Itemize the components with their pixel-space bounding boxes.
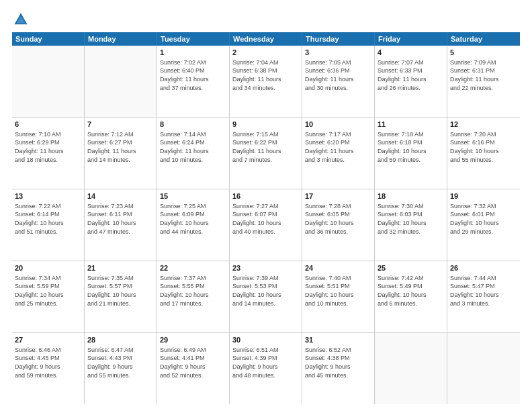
week-row-2: 6Sunrise: 7:10 AM Sunset: 6:29 PM Daylig… [12, 118, 520, 189]
cal-cell: 26Sunrise: 7:44 AM Sunset: 5:47 PM Dayli… [447, 261, 520, 332]
cal-cell: 17Sunrise: 7:28 AM Sunset: 6:05 PM Dayli… [302, 189, 375, 261]
day-info: Sunrise: 6:49 AM Sunset: 4:41 PM Dayligh… [160, 346, 226, 379]
cal-cell: 21Sunrise: 7:35 AM Sunset: 5:57 PM Dayli… [85, 261, 157, 332]
day-number: 20 [15, 263, 81, 273]
day-info: Sunrise: 7:39 AM Sunset: 5:53 PM Dayligh… [232, 274, 299, 308]
day-number: 11 [378, 120, 444, 130]
cal-cell: 28Sunrise: 6:47 AM Sunset: 4:43 PM Dayli… [85, 333, 157, 404]
day-info: Sunrise: 7:15 AM Sunset: 6:22 PM Dayligh… [232, 130, 299, 164]
header-day-sunday: Sunday [12, 32, 85, 46]
day-number: 17 [305, 191, 371, 201]
cal-cell: 11Sunrise: 7:18 AM Sunset: 6:18 PM Dayli… [375, 118, 447, 189]
day-info: Sunrise: 7:20 AM Sunset: 6:16 PM Dayligh… [450, 130, 517, 164]
cal-cell: 10Sunrise: 7:17 AM Sunset: 6:20 PM Dayli… [302, 118, 375, 189]
cal-cell: 18Sunrise: 7:30 AM Sunset: 6:03 PM Dayli… [375, 189, 447, 261]
cal-cell: 7Sunrise: 7:12 AM Sunset: 6:27 PM Daylig… [85, 118, 157, 189]
header [12, 12, 520, 27]
cal-cell: 31Sunrise: 6:52 AM Sunset: 4:38 PM Dayli… [302, 333, 375, 404]
cal-cell: 3Sunrise: 7:05 AM Sunset: 6:36 PM Daylig… [302, 46, 375, 117]
day-info: Sunrise: 7:40 AM Sunset: 5:51 PM Dayligh… [305, 274, 371, 308]
day-info: Sunrise: 7:34 AM Sunset: 5:59 PM Dayligh… [15, 274, 81, 308]
day-info: Sunrise: 7:27 AM Sunset: 6:07 PM Dayligh… [232, 202, 299, 236]
header-day-monday: Monday [85, 32, 157, 46]
cal-cell [12, 46, 85, 117]
day-info: Sunrise: 7:18 AM Sunset: 6:18 PM Dayligh… [378, 130, 444, 164]
cal-cell: 27Sunrise: 6:46 AM Sunset: 4:45 PM Dayli… [12, 333, 85, 404]
day-info: Sunrise: 6:46 AM Sunset: 4:45 PM Dayligh… [15, 346, 81, 379]
cal-cell: 12Sunrise: 7:20 AM Sunset: 6:16 PM Dayli… [447, 118, 520, 189]
day-number: 25 [378, 263, 444, 273]
cal-cell: 1Sunrise: 7:02 AM Sunset: 6:40 PM Daylig… [157, 46, 230, 117]
day-info: Sunrise: 6:52 AM Sunset: 4:38 PM Dayligh… [305, 346, 371, 379]
header-day-tuesday: Tuesday [157, 32, 230, 46]
week-row-1: 1Sunrise: 7:02 AM Sunset: 6:40 PM Daylig… [12, 46, 520, 118]
day-info: Sunrise: 7:14 AM Sunset: 6:24 PM Dayligh… [160, 130, 226, 164]
day-info: Sunrise: 7:02 AM Sunset: 6:40 PM Dayligh… [160, 58, 226, 92]
week-row-4: 20Sunrise: 7:34 AM Sunset: 5:59 PM Dayli… [12, 261, 520, 333]
day-info: Sunrise: 7:10 AM Sunset: 6:29 PM Dayligh… [15, 130, 81, 164]
logo-icon [13, 12, 28, 27]
day-info: Sunrise: 7:30 AM Sunset: 6:03 PM Dayligh… [378, 202, 444, 236]
day-info: Sunrise: 7:05 AM Sunset: 6:36 PM Dayligh… [305, 58, 371, 92]
day-info: Sunrise: 7:23 AM Sunset: 6:11 PM Dayligh… [87, 202, 154, 236]
day-number: 1 [160, 48, 226, 58]
cal-cell [375, 333, 447, 404]
day-info: Sunrise: 7:44 AM Sunset: 5:47 PM Dayligh… [450, 274, 517, 308]
day-info: Sunrise: 6:47 AM Sunset: 4:43 PM Dayligh… [87, 346, 154, 379]
day-number: 24 [305, 263, 371, 273]
cal-cell: 14Sunrise: 7:23 AM Sunset: 6:11 PM Dayli… [85, 189, 157, 261]
cal-cell: 22Sunrise: 7:37 AM Sunset: 5:55 PM Dayli… [157, 261, 230, 332]
calendar: SundayMondayTuesdayWednesdayThursdayFrid… [12, 32, 520, 404]
day-info: Sunrise: 7:12 AM Sunset: 6:27 PM Dayligh… [87, 130, 154, 164]
day-number: 27 [15, 335, 81, 345]
day-number: 15 [160, 191, 226, 201]
day-number: 10 [305, 120, 371, 130]
day-number: 3 [305, 48, 371, 58]
calendar-header: SundayMondayTuesdayWednesdayThursdayFrid… [12, 32, 520, 46]
cal-cell: 19Sunrise: 7:32 AM Sunset: 6:01 PM Dayli… [447, 189, 520, 261]
day-number: 18 [378, 191, 444, 201]
day-info: Sunrise: 7:35 AM Sunset: 5:57 PM Dayligh… [87, 274, 154, 308]
day-number: 7 [87, 120, 154, 130]
day-info: Sunrise: 7:09 AM Sunset: 6:31 PM Dayligh… [450, 58, 517, 92]
cal-cell: 30Sunrise: 6:51 AM Sunset: 4:39 PM Dayli… [230, 333, 302, 404]
day-number: 23 [232, 263, 299, 273]
page: SundayMondayTuesdayWednesdayThursdayFrid… [0, 0, 532, 411]
day-number: 8 [160, 120, 226, 130]
day-number: 4 [378, 48, 444, 58]
header-day-wednesday: Wednesday [230, 32, 302, 46]
day-info: Sunrise: 7:25 AM Sunset: 6:09 PM Dayligh… [160, 202, 226, 236]
day-number: 21 [87, 263, 154, 273]
cal-cell: 5Sunrise: 7:09 AM Sunset: 6:31 PM Daylig… [447, 46, 520, 117]
cal-cell: 25Sunrise: 7:42 AM Sunset: 5:49 PM Dayli… [375, 261, 447, 332]
cal-cell: 8Sunrise: 7:14 AM Sunset: 6:24 PM Daylig… [157, 118, 230, 189]
week-row-3: 13Sunrise: 7:22 AM Sunset: 6:14 PM Dayli… [12, 189, 520, 261]
cal-cell: 2Sunrise: 7:04 AM Sunset: 6:38 PM Daylig… [230, 46, 302, 117]
day-number: 13 [15, 191, 81, 201]
cal-cell: 20Sunrise: 7:34 AM Sunset: 5:59 PM Dayli… [12, 261, 85, 332]
day-info: Sunrise: 7:22 AM Sunset: 6:14 PM Dayligh… [15, 202, 81, 236]
header-day-saturday: Saturday [447, 32, 520, 46]
cal-cell: 4Sunrise: 7:07 AM Sunset: 6:33 PM Daylig… [375, 46, 447, 117]
day-number: 19 [450, 191, 517, 201]
week-row-5: 27Sunrise: 6:46 AM Sunset: 4:45 PM Dayli… [12, 333, 520, 404]
day-info: Sunrise: 6:51 AM Sunset: 4:39 PM Dayligh… [232, 346, 299, 379]
cal-cell: 29Sunrise: 6:49 AM Sunset: 4:41 PM Dayli… [157, 333, 230, 404]
header-day-friday: Friday [375, 32, 447, 46]
cal-cell [85, 46, 157, 117]
cal-cell [447, 333, 520, 404]
day-number: 2 [232, 48, 299, 58]
calendar-body: 1Sunrise: 7:02 AM Sunset: 6:40 PM Daylig… [12, 46, 520, 404]
day-info: Sunrise: 7:04 AM Sunset: 6:38 PM Dayligh… [232, 58, 299, 92]
day-number: 9 [232, 120, 299, 130]
day-number: 30 [232, 335, 299, 345]
day-info: Sunrise: 7:42 AM Sunset: 5:49 PM Dayligh… [378, 274, 444, 308]
day-info: Sunrise: 7:32 AM Sunset: 6:01 PM Dayligh… [450, 202, 517, 236]
cal-cell: 15Sunrise: 7:25 AM Sunset: 6:09 PM Dayli… [157, 189, 230, 261]
cal-cell: 23Sunrise: 7:39 AM Sunset: 5:53 PM Dayli… [230, 261, 302, 332]
day-number: 31 [305, 335, 371, 345]
day-number: 5 [450, 48, 517, 58]
logo [12, 12, 28, 27]
header-day-thursday: Thursday [302, 32, 375, 46]
cal-cell: 6Sunrise: 7:10 AM Sunset: 6:29 PM Daylig… [12, 118, 85, 189]
